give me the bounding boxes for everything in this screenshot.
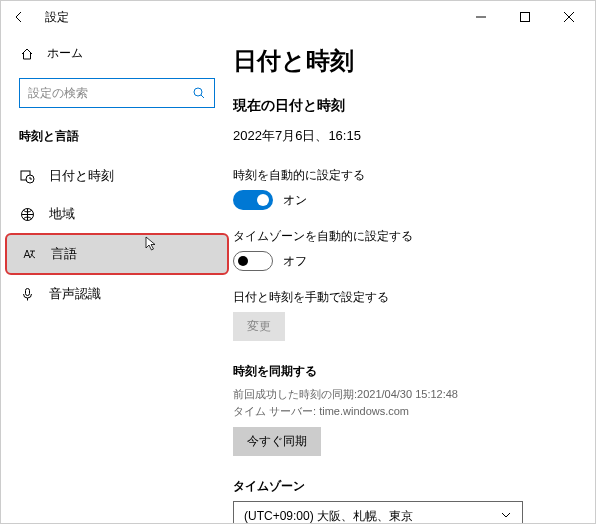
titlebar: 設定 — [1, 1, 595, 33]
tz-select[interactable]: (UTC+09:00) 大阪、札幌、東京 — [233, 501, 523, 523]
auto-tz-label: タイムゾーンを自動的に設定する — [233, 228, 567, 245]
close-button[interactable] — [547, 1, 591, 33]
globe-icon — [19, 206, 35, 222]
sidebar-item-language[interactable]: 言語 — [5, 233, 229, 275]
current-datetime-title: 現在の日付と時刻 — [233, 97, 567, 115]
sidebar-item-label: 日付と時刻 — [49, 167, 114, 185]
minimize-button[interactable] — [459, 1, 503, 33]
window-title: 設定 — [45, 9, 69, 26]
current-datetime-value: 2022年7月6日、16:15 — [233, 127, 567, 145]
calendar-clock-icon — [19, 168, 35, 184]
search-box[interactable] — [19, 78, 215, 108]
auto-tz-toggle[interactable] — [233, 251, 273, 271]
search-icon — [192, 86, 206, 100]
sidebar-home[interactable]: ホーム — [1, 39, 233, 68]
search-input[interactable] — [28, 86, 192, 100]
tz-value: (UTC+09:00) 大阪、札幌、東京 — [244, 508, 413, 524]
sync-last: 前回成功した時刻の同期:2021/04/30 15:12:48 — [233, 386, 567, 403]
auto-tz-state: オフ — [283, 253, 307, 270]
arrow-left-icon — [12, 10, 26, 24]
maximize-icon — [520, 12, 530, 22]
sidebar-item-label: 言語 — [51, 245, 77, 263]
auto-time-label: 時刻を自動的に設定する — [233, 167, 567, 184]
back-button[interactable] — [5, 3, 33, 31]
auto-time-toggle[interactable] — [233, 190, 273, 210]
sidebar: ホーム 時刻と言語 日付と時刻 地域 言語 音声認識 — [1, 33, 233, 523]
sidebar-item-label: 地域 — [49, 205, 75, 223]
svg-rect-5 — [25, 288, 29, 295]
svg-point-1 — [194, 88, 202, 96]
sidebar-section-header: 時刻と言語 — [1, 122, 233, 157]
main-panel: 日付と時刻 現在の日付と時刻 2022年7月6日、16:15 時刻を自動的に設定… — [233, 33, 595, 523]
sidebar-home-label: ホーム — [47, 45, 83, 62]
language-icon — [21, 246, 37, 262]
sync-title: 時刻を同期する — [233, 363, 567, 380]
chevron-down-icon — [500, 509, 512, 524]
sidebar-item-datetime[interactable]: 日付と時刻 — [1, 157, 233, 195]
minimize-icon — [476, 12, 486, 22]
sidebar-item-speech[interactable]: 音声認識 — [1, 275, 233, 313]
sync-now-button[interactable]: 今すぐ同期 — [233, 427, 321, 456]
change-button[interactable]: 変更 — [233, 312, 285, 341]
sidebar-item-region[interactable]: 地域 — [1, 195, 233, 233]
cursor-icon — [145, 236, 161, 252]
auto-time-state: オン — [283, 192, 307, 209]
sidebar-item-label: 音声認識 — [49, 285, 101, 303]
page-heading: 日付と時刻 — [233, 45, 567, 77]
tz-label: タイムゾーン — [233, 478, 567, 495]
maximize-button[interactable] — [503, 1, 547, 33]
sync-server: タイム サーバー: time.windows.com — [233, 403, 567, 420]
home-icon — [19, 46, 35, 62]
manual-label: 日付と時刻を手動で設定する — [233, 289, 567, 306]
close-icon — [564, 12, 574, 22]
microphone-icon — [19, 286, 35, 302]
svg-rect-0 — [521, 13, 530, 22]
